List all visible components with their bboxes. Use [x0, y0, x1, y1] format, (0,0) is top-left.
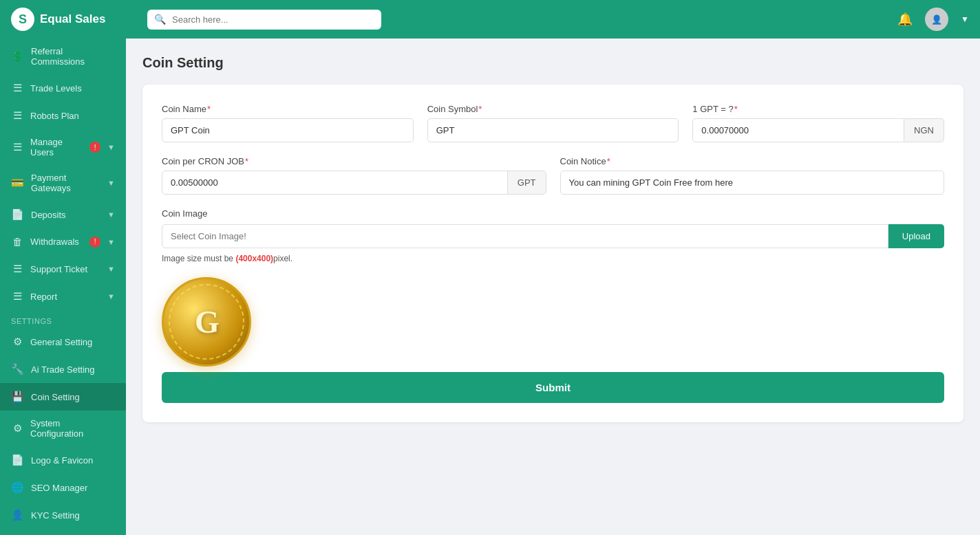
sidebar-item-label: Coin Setting	[31, 392, 115, 402]
sidebar-item-label: Referral Commissions	[31, 46, 115, 67]
image-size-note: Image size must be (400x400)pixel.	[162, 254, 944, 263]
logo-icon: S	[11, 8, 34, 31]
avatar-initials: 👤	[931, 14, 942, 25]
search-bar[interactable]: 🔍	[147, 10, 381, 30]
sidebar-item-trade-levels[interactable]: ☰ Trade Levels	[0, 74, 126, 102]
coin-image-label: Coin Image	[162, 208, 944, 219]
coin-letter: G	[195, 304, 218, 340]
ai-trade-setting-icon: 🔧	[11, 363, 24, 375]
coin-preview: G	[162, 277, 251, 367]
search-icon: 🔍	[154, 14, 166, 25]
logo: S Equal Sales	[11, 8, 136, 31]
coin-image-input-row: Upload	[162, 224, 944, 248]
sidebar-item-label: Report	[30, 292, 100, 302]
sidebar-item-logo-favicon[interactable]: 📄 Logo & Favicon	[0, 446, 126, 474]
sidebar-item-label: System Configuration	[30, 418, 115, 439]
notification-icon[interactable]: 🔔	[897, 12, 913, 27]
gpt-rate-label: 1 GPT = ?*	[692, 104, 944, 114]
withdrawals-badge: !	[89, 237, 100, 248]
sidebar-item-label: SEO Manager	[31, 483, 115, 493]
sidebar-item-label: Support Ticket	[30, 264, 100, 274]
gpt-rate-input-wrap: NGN	[692, 118, 944, 142]
coin-cron-label: Coin per CRON JOB*	[162, 156, 546, 166]
manage-users-icon: ☰	[11, 141, 23, 153]
gpt-rate-input[interactable]	[692, 118, 904, 142]
manage-users-badge: !	[89, 142, 100, 153]
page-title: Coin Setting	[142, 55, 963, 71]
main-content: Coin Setting Coin Name* Coin Symbol*	[126, 39, 980, 535]
coin-name-label: Coin Name*	[162, 104, 414, 114]
coin-cron-input[interactable]	[162, 171, 508, 195]
coin-name-input[interactable]	[162, 118, 414, 142]
coin-image-input[interactable]	[162, 224, 888, 248]
coin-symbol-group: Coin Symbol*	[427, 104, 679, 142]
sidebar-item-kyc-setting[interactable]: 👤 KYC Setting	[0, 501, 126, 529]
sidebar-item-label: Withdrawals	[30, 237, 83, 247]
support-ticket-icon: ☰	[11, 263, 23, 275]
deposits-icon: 📄	[11, 208, 24, 221]
coin-notice-input[interactable]	[560, 171, 945, 195]
sidebar-item-payment-gateways[interactable]: 💳 Payment Gateways ▼	[0, 165, 126, 201]
referral-icon: 💲	[11, 50, 24, 63]
sidebar-item-coin-setting[interactable]: 💾 Coin Setting	[0, 383, 126, 411]
sidebar-item-manage-users[interactable]: ☰ Manage Users ! ▼	[0, 129, 126, 165]
sidebar-item-withdrawals[interactable]: 🗑 Withdrawals ! ▼	[0, 228, 126, 255]
sidebar-item-seo-manager[interactable]: 🌐 SEO Manager	[0, 474, 126, 501]
payment-gateways-icon: 💳	[11, 177, 24, 189]
header-right: 🔔 👤 ▼	[897, 8, 969, 31]
sidebar-item-referral-commissions[interactable]: 💲 Referral Commissions	[0, 39, 126, 74]
system-config-icon: ⚙	[11, 422, 23, 435]
coin-circle: G	[162, 277, 251, 367]
sidebar-item-robots-plan[interactable]: ☰ Robots Plan	[0, 102, 126, 129]
sidebar-item-label: Ai Trade Setting	[31, 364, 115, 375]
avatar[interactable]: 👤	[925, 8, 948, 31]
sidebar-item-support-ticket[interactable]: ☰ Support Ticket ▼	[0, 255, 126, 283]
sidebar-item-notification-setting[interactable]: 🔔 Notification Setting ▼	[0, 529, 126, 535]
search-input[interactable]	[147, 10, 381, 30]
sidebar-item-label: Trade Levels	[30, 83, 115, 94]
sidebar-item-label: General Setting	[30, 337, 115, 347]
header: S Equal Sales 🔍 🔔 👤 ▼	[0, 0, 980, 39]
sidebar-item-ai-trade-setting[interactable]: 🔧 Ai Trade Setting	[0, 356, 126, 383]
withdrawals-icon: 🗑	[11, 236, 23, 248]
withdrawals-chevron: ▼	[107, 238, 115, 246]
logo-favicon-icon: 📄	[11, 454, 24, 466]
sidebar-item-label: Logo & Favicon	[31, 455, 115, 466]
seo-manager-icon: 🌐	[11, 481, 24, 494]
gpt-rate-group: 1 GPT = ?* NGN	[692, 104, 944, 142]
robots-plan-icon: ☰	[11, 109, 23, 122]
sidebar-item-general-setting[interactable]: ⚙ General Setting	[0, 328, 126, 356]
sidebar: 💲 Referral Commissions ☰ Trade Levels ☰ …	[0, 39, 126, 535]
coin-notice-label: Coin Notice*	[560, 156, 945, 166]
upload-button[interactable]: Upload	[888, 224, 944, 248]
payment-gateways-chevron: ▼	[107, 179, 115, 187]
form-row-1: Coin Name* Coin Symbol* 1 GPT = ?*	[162, 104, 944, 142]
trade-levels-icon: ☰	[11, 82, 23, 94]
coin-notice-group: Coin Notice*	[560, 156, 945, 195]
coin-cron-unit: GPT	[508, 171, 546, 195]
support-ticket-chevron: ▼	[107, 265, 115, 273]
coin-image-section: Coin Image Upload Image size must be (40…	[162, 208, 944, 263]
deposits-chevron: ▼	[107, 210, 115, 219]
gpt-rate-unit: NGN	[904, 118, 944, 142]
report-chevron: ▼	[107, 292, 115, 301]
sidebar-item-label: Payment Gateways	[31, 173, 100, 193]
header-chevron-icon[interactable]: ▼	[961, 14, 969, 24]
general-setting-icon: ⚙	[11, 336, 23, 348]
settings-section-label: SETTINGS	[0, 310, 126, 328]
sidebar-item-deposits[interactable]: 📄 Deposits ▼	[0, 201, 126, 228]
coin-symbol-input[interactable]	[427, 118, 679, 142]
coin-cron-group: Coin per CRON JOB* GPT	[162, 156, 546, 195]
manage-users-chevron: ▼	[107, 143, 115, 151]
report-icon: ☰	[11, 290, 23, 303]
coin-setting-card: Coin Name* Coin Symbol* 1 GPT = ?*	[142, 85, 963, 422]
form-row-2: Coin per CRON JOB* GPT Coin Notice*	[162, 156, 944, 195]
sidebar-item-report[interactable]: ☰ Report ▼	[0, 283, 126, 310]
sidebar-item-label: Manage Users	[30, 137, 83, 157]
sidebar-item-label: Robots Plan	[30, 111, 115, 121]
sidebar-item-label: KYC Setting	[31, 510, 115, 521]
sidebar-item-system-configuration[interactable]: ⚙ System Configuration	[0, 411, 126, 446]
sidebar-item-label: Deposits	[31, 210, 100, 220]
coin-name-group: Coin Name*	[162, 104, 414, 142]
submit-button[interactable]: Submit	[162, 372, 944, 403]
